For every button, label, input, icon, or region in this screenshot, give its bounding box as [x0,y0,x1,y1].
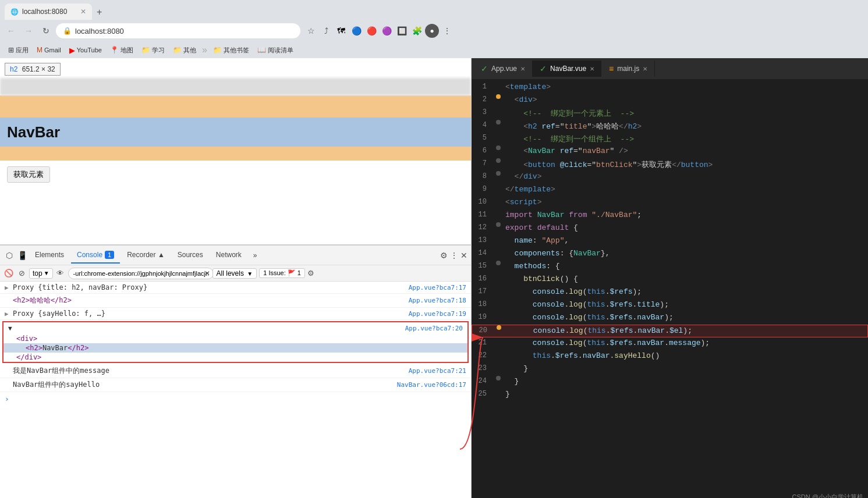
console-row-6: NavBar组件中的sayHello NavBar.vue?06cd:17 [0,378,471,392]
line-num-24: 24 [472,376,494,385]
tab-elements[interactable]: Elements [29,247,70,264]
lock-icon: 🔒 [63,27,72,35]
forward-button[interactable]: → [21,23,36,38]
gutter-15 [494,261,503,265]
reading-list-icon: 📖 [257,46,266,54]
address-input[interactable]: 🔒 localhost:8080 [56,23,300,38]
console-row-3: ▶ Proxy {sayHello: f, …} App.vue?bca7:19 [0,308,471,320]
avatar-icon[interactable]: ● [425,24,439,38]
expand-arrow-4[interactable]: ▼ [8,325,16,332]
share-icon[interactable]: ⤴ [319,24,333,38]
navbarvue-close[interactable]: ✕ [590,66,594,72]
prompt-cursor[interactable] [12,395,16,403]
bm-other[interactable]: 📁 其他 [169,45,200,56]
expand-arrow-1[interactable]: ▶ [5,284,13,291]
code-line-24: 24 } [472,376,868,389]
new-tab-btn[interactable]: + [92,5,107,20]
file-link-5[interactable]: App.vue?bca7:21 [409,367,466,375]
extension-icon-3[interactable]: 🟣 [380,24,394,38]
back-button[interactable]: ← [3,23,19,38]
console-div-line: <div> [3,334,467,343]
devtools-panel: ⬡ 📱 Elements Console 1 Recorder ▲ Source… [0,244,471,498]
extension-icon-5[interactable]: 🧩 [410,24,424,38]
editor-tab-navbarvue[interactable]: ✓ NavBar.vue ✕ [533,61,602,77]
file-link-1[interactable]: App.vue?bca7:17 [409,284,466,291]
line-content-1: <template> [503,81,868,93]
other-bookmarks-label: 其他书签 [224,46,249,55]
bm-other-bookmarks[interactable]: 📁 其他书签 [210,45,253,56]
console-output: ▶ Proxy {title: h2, navBar: Proxy} App.v… [0,282,471,498]
clear-console-icon[interactable]: 🚫 [3,268,14,279]
tab-network[interactable]: Network [210,247,247,264]
line-num-9: 9 [472,184,494,193]
line-num-8: 8 [472,171,494,180]
level-select[interactable]: All levels ▼ [212,268,257,279]
line-num-15: 15 [472,261,494,270]
navbarvue-dot: ✓ [540,64,547,73]
top-label: top [33,269,42,278]
mainjs-close[interactable]: ✕ [643,66,647,72]
menu-icon[interactable]: ⋮ [440,24,454,38]
other-folder-icon: 📁 [173,46,182,54]
tooltip-dimensions: 651.2 × 32 [22,65,55,73]
console-text-3: Proxy {sayHello: f, …} [13,310,409,318]
gutter-24 [494,376,503,380]
line-content-18: console.log(this.$refs.title); [503,299,868,310]
extension-icon-2[interactable]: 🔴 [364,24,378,38]
maps-label: 地图 [121,46,133,55]
settings-icon[interactable]: ⚙ [440,251,448,260]
appvue-label: App.vue [491,65,517,73]
url-text[interactable]: localhost:8080 [75,27,124,35]
more-options-icon[interactable]: ⋮ [450,251,458,260]
bookmark-icon[interactable]: ☆ [304,24,318,38]
filter-clear-icon[interactable]: ✕ [204,269,210,278]
filter-input[interactable] [68,268,214,279]
appvue-close[interactable]: ✕ [520,66,525,72]
bm-apps[interactable]: ⊞ 应用 [5,45,32,56]
line-num-23: 23 [472,363,494,372]
editor-tab-appvue[interactable]: ✓ App.vue ✕ [474,61,533,77]
console-text-2: <h2>哈哈哈</h2> [13,296,409,305]
extension-icon-maps[interactable]: 🗺 [334,24,348,38]
tab-sources[interactable]: Sources [172,247,209,264]
tab-network-label: Network [216,251,242,259]
issues-settings-icon[interactable]: ⚙ [307,269,314,278]
filter-icon[interactable]: ⊘ [16,268,27,279]
line-content-10: <script> [503,197,868,208]
code-line-10: 10 <script> [472,197,868,209]
bm-gmail[interactable]: M Gmail [33,45,65,55]
bm-youtube[interactable]: ▶ YouTube [66,45,105,56]
code-line-15: 15 methods: { [472,261,868,273]
extension-icon-1[interactable]: 🔵 [349,24,363,38]
top-dropdown[interactable]: top ▼ [29,268,53,279]
reload-button[interactable]: ↻ [38,23,54,38]
bm-reading-list[interactable]: 📖 阅读清单 [254,45,297,56]
bm-learning[interactable]: 📁 学习 [138,45,168,56]
gutter-12 [494,222,503,227]
file-link-4[interactable]: App.vue?bca7:20 [405,325,463,332]
code-line-3: 3 <!-- 绑定到一个元素上 --> [472,107,868,120]
file-link-3[interactable]: App.vue?bca7:19 [409,310,466,318]
expand-arrow-3[interactable]: ▶ [5,310,13,318]
tab-title: localhost:8080 [22,8,67,16]
line-num-2: 2 [472,94,494,104]
learning-label: 学习 [152,46,165,55]
editor-tab-mainjs[interactable]: ≡ main.js ✕ [602,61,655,77]
tab-console[interactable]: Console 1 [71,247,120,264]
issues-btn[interactable]: 1 Issue: 🚩 1 [259,268,305,278]
extension-icon-4[interactable]: 🔲 [395,24,409,38]
eye-icon[interactable]: 👁 [55,268,66,279]
devtools-icon-mobile[interactable]: 📱 [16,250,28,261]
tab-more[interactable]: » [249,248,262,263]
tab-recorder[interactable]: Recorder ▲ [121,247,171,264]
bm-maps[interactable]: 📍 地图 [107,45,137,56]
close-devtools-icon[interactable]: ✕ [460,251,467,260]
devtools-icon-select[interactable]: ⬡ [3,250,15,261]
get-element-button[interactable]: 获取元素 [7,166,50,183]
code-line-4: 4 <h2 ref="title">哈哈哈</h2> [472,120,868,133]
file-link-6[interactable]: NavBar.vue?06cd:17 [397,381,466,389]
code-line-18: 18 console.log(this.$refs.title); [472,299,868,312]
file-link-2[interactable]: App.vue?bca7:18 [409,297,466,304]
tab-close[interactable]: ✕ [80,8,86,16]
active-tab[interactable]: 🌐 localhost:8080 ✕ [5,3,92,20]
